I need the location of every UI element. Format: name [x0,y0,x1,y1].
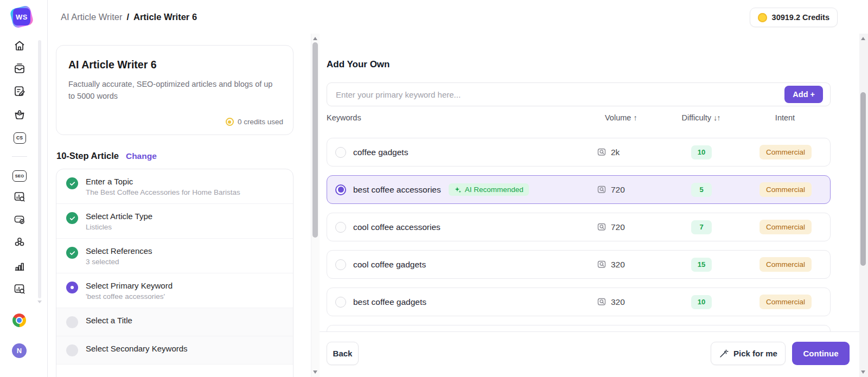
keyword-row[interactable]: cool coffee gadgets 320 15 Commercial [327,250,831,279]
panel-scrollbar[interactable] [311,34,320,377]
sidebar-scroll-down-icon[interactable] [37,301,42,303]
step-item[interactable]: Select a Title [56,308,293,336]
credits-used-label: 0 credits used [238,118,283,126]
continue-button[interactable]: Continue [792,342,850,365]
intent-badge: Commercial [760,295,812,309]
top-header: AI Article Writer / Article Writer 6 309… [48,0,868,34]
user-avatar[interactable]: N [12,343,27,358]
footer-bar: Back Pick for me Continue [319,331,859,377]
step-item[interactable]: Select References 3 selected [56,239,293,273]
sort-both-icon[interactable]: ↓↑ [713,113,720,122]
scrollbar-thumb[interactable] [860,92,866,266]
keyword-label: cool coffee gadgets [353,260,426,270]
keyword-row[interactable]: cool coffee accessories 720 7 Commercial [327,213,831,241]
chat-check-icon[interactable] [12,213,27,227]
inbox-icon[interactable] [12,61,27,75]
keyword-radio[interactable] [335,184,346,195]
keyword-label: coffee gadgets [353,148,408,157]
chrome-icon[interactable] [12,314,26,327]
ai-recommended-badge: AI Recommended [449,183,529,196]
search-volume-icon [597,260,607,269]
difficulty-badge: 7 [691,220,712,234]
keyword-label: best coffee gadgets [353,297,426,307]
report-search-icon[interactable] [12,190,27,204]
difficulty-badge: 5 [691,183,712,197]
pick-for-me-label: Pick for me [733,349,777,358]
seo-icon[interactable]: SEO [12,169,27,183]
steps-list: Enter a Topic The Best Coffee Accessorie… [56,169,293,377]
keyword-radio[interactable] [335,297,346,308]
credits-used: 0 credits used [226,118,283,126]
step-label: Select Secondary Keywords [86,344,188,353]
sort-asc-icon[interactable]: ↑ [633,113,636,122]
scroll-down-icon[interactable] [313,370,317,374]
column-difficulty[interactable]: Difficulty↓↑ [668,113,733,122]
avatar-initial: N [17,347,22,355]
step-item[interactable]: Select Article Type Listicles [56,204,293,239]
scroll-down-icon[interactable] [861,370,865,374]
keyword-row-partial[interactable] [327,325,831,331]
keyword-label: best coffee accessories [353,185,441,195]
intent-badge: Commercial [760,220,812,234]
step-label: Select a Title [86,316,132,325]
intent-badge: Commercial [760,257,812,272]
scroll-up-icon[interactable] [313,37,317,40]
coin-icon [226,118,234,126]
keyword-row[interactable]: best coffee gadgets 320 10 Commercial [327,287,831,316]
keyword-input[interactable] [327,83,795,106]
keyword-row[interactable]: best coffee accessories AI Recommended 7… [327,175,831,204]
step-label: Select Article Type [86,212,152,221]
back-button[interactable]: Back [327,342,359,365]
add-keyword-button[interactable]: Add + [784,86,823,103]
main-panel: Add Your Own Add + Keywords Volume↑ Diff… [319,34,859,377]
page-scrollbar[interactable] [859,34,868,377]
continue-label: Continue [803,349,839,358]
difficulty-badge: 10 [691,145,712,159]
table-header: Keywords Volume↑ Difficulty↓↑ Intent [327,111,831,126]
keyword-row[interactable]: coffee gadgets 2k 10 Commercial [327,138,831,167]
breadcrumb-current: Article Writer 6 [133,12,197,22]
breadcrumb-parent[interactable]: AI Article Writer [61,12,122,22]
keyword-radio[interactable] [335,147,346,158]
volume-value: 2k [611,148,620,157]
sidebar-scrollbar[interactable] [38,40,41,298]
cs-icon[interactable]: CS [12,131,27,145]
step-item[interactable]: Enter a Topic The Best Coffee Accessorie… [56,169,293,204]
audit-search-icon[interactable] [12,282,27,296]
search-volume-icon [597,222,607,232]
pick-for-me-button[interactable]: Pick for me [711,342,786,365]
intent-badge: Commercial [760,182,812,197]
section-title: Add Your Own [327,59,390,70]
breadcrumb: AI Article Writer / Article Writer 6 [61,0,197,34]
keyword-radio[interactable] [335,222,346,233]
step-item[interactable]: Select Secondary Keywords [56,336,293,365]
column-volume[interactable]: Volume↑ [605,113,637,122]
difficulty-badge: 10 [691,295,712,309]
home-icon[interactable] [12,39,27,53]
change-link[interactable]: Change [126,151,157,161]
writesonic-logo-icon[interactable]: WS [10,6,33,28]
step-label: Select Primary Keyword [86,281,173,290]
step-label: Select References [86,246,152,255]
credits-amount: 30919.2 Credits [772,13,829,22]
bar-chart-icon[interactable] [12,259,27,273]
breadcrumb-separator: / [126,12,129,22]
editor-icon[interactable] [12,84,27,98]
volume-cell: 320 [597,260,625,270]
step-detail: Listicles [86,223,152,231]
scroll-up-icon[interactable] [861,37,865,40]
integrations-icon[interactable] [12,235,27,249]
step-status-icon [66,316,78,328]
step-status-icon [66,282,78,293]
step-status-icon [66,177,78,189]
scrollbar-thumb[interactable] [312,42,318,238]
briefcase-icon[interactable] [12,107,27,122]
ai-recommended-label: AI Recommended [465,186,524,194]
credits-badge[interactable]: 30919.2 Credits [750,8,838,27]
search-volume-icon [597,297,607,306]
intent-badge: Commercial [760,145,812,159]
volume-cell: 720 [597,222,625,232]
keyword-radio[interactable] [335,259,346,270]
step-item[interactable]: Select Primary Keyword 'best coffee acce… [56,273,293,308]
step-status-icon [66,247,78,259]
